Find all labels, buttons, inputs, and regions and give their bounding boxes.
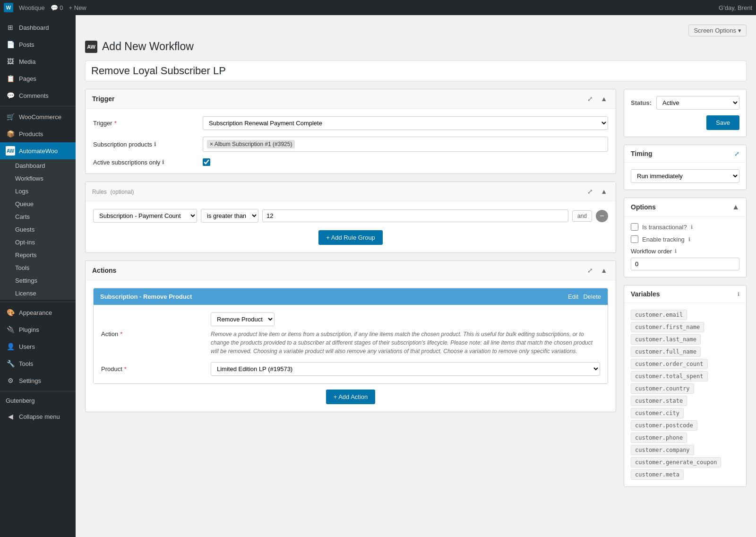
rule-value-input[interactable] xyxy=(262,209,568,222)
variable-tag[interactable]: customer.country xyxy=(631,383,694,394)
workflow-order-section: Workflow order ℹ xyxy=(631,248,739,270)
active-subs-checkbox[interactable] xyxy=(203,158,210,166)
is-transactional-checkbox[interactable] xyxy=(631,223,638,231)
sidebar-item-aw-logs[interactable]: Logs xyxy=(0,185,76,198)
options-collapse-icon[interactable]: ▲ xyxy=(732,203,739,211)
sidebar-item-posts[interactable]: 📄 Posts xyxy=(0,36,76,53)
sidebar-item-comments[interactable]: 💬 Comments xyxy=(0,87,76,104)
sidebar-item-dashboard[interactable]: ⊞ Dashboard xyxy=(0,19,76,36)
trigger-select[interactable]: Subscription Renewal Payment Complete xyxy=(203,116,608,130)
action-edit-button[interactable]: Edit xyxy=(568,293,578,300)
timing-panel-body: Run immediately xyxy=(624,163,746,190)
action-description: Remove a product line item or items from… xyxy=(211,330,600,355)
active-subs-help-icon[interactable]: ℹ xyxy=(162,159,164,165)
sidebar-item-appearance[interactable]: 🎨 Appearance xyxy=(0,304,76,321)
main-content: Screen Options ▾ AW Add New Workflow Tri… xyxy=(76,15,756,537)
sidebar-item-plugins[interactable]: 🔌 Plugins xyxy=(0,321,76,338)
rule-remove-button[interactable]: − xyxy=(596,210,608,222)
workflow-order-help-icon[interactable]: ℹ xyxy=(675,248,677,254)
variable-tag[interactable]: customer.meta xyxy=(631,469,684,480)
sidebar-item-products[interactable]: 📦 Products xyxy=(0,125,76,142)
trigger-collapse-icon[interactable]: ▲ xyxy=(599,94,609,104)
sidebar-item-aw-carts[interactable]: Carts xyxy=(0,210,76,223)
sidebar-item-aw-optins[interactable]: Opt-ins xyxy=(0,236,76,249)
rule-operator-select[interactable]: is greater than xyxy=(201,209,258,223)
save-button[interactable]: Save xyxy=(706,115,739,130)
product-select[interactable]: Limited Edition LP (#19573) xyxy=(211,362,600,376)
variable-tag[interactable]: customer.generate_coupon xyxy=(631,457,721,468)
sidebar-item-collapse[interactable]: ◀ Collapse menu xyxy=(0,408,76,425)
variable-tag[interactable]: customer.city xyxy=(631,408,684,418)
variable-tag[interactable]: customer.last_name xyxy=(631,334,701,345)
enable-tracking-checkbox[interactable] xyxy=(631,235,638,243)
variables-panel-title: Variables xyxy=(631,290,660,298)
add-rule-group-button[interactable]: + Add Rule Group xyxy=(318,230,383,245)
actions-panel-title: Actions xyxy=(92,267,116,274)
sidebar-item-woocommerce[interactable]: 🛒 WooCommerce xyxy=(0,108,76,125)
variable-tag[interactable]: customer.postcode xyxy=(631,420,697,431)
add-action-button[interactable]: + Add Action xyxy=(326,390,376,404)
active-subs-label: Active subscriptions only ℹ xyxy=(93,159,197,166)
sidebar-item-aw-tools[interactable]: Tools xyxy=(0,261,76,274)
sidebar-item-aw-guests[interactable]: Guests xyxy=(0,223,76,236)
sidebar-item-settings[interactable]: ⚙ Settings xyxy=(0,372,76,389)
workflow-name-input[interactable] xyxy=(85,61,747,81)
variable-tag[interactable]: customer.state xyxy=(631,396,687,406)
is-transactional-help-icon[interactable]: ℹ xyxy=(691,224,693,230)
variable-tag[interactable]: customer.phone xyxy=(631,433,687,443)
active-subs-checkbox-wrap xyxy=(203,158,210,166)
rules-expand-icon[interactable]: ⤢ xyxy=(585,187,595,196)
variable-tag[interactable]: customer.company xyxy=(631,445,694,455)
action-block-body: Action * Remove Product Remove a product… xyxy=(94,305,608,383)
rule-field-select[interactable]: Subscription - Payment Count xyxy=(93,209,197,223)
variables-help-icon[interactable]: ℹ xyxy=(738,291,739,297)
variable-tag[interactable]: customer.full_name xyxy=(631,346,701,357)
trigger-required: * xyxy=(114,120,117,127)
actions-expand-icon[interactable]: ⤢ xyxy=(585,266,595,275)
variables-section: customer.emailcustomer.first_namecustome… xyxy=(624,303,746,486)
subscription-tag: × Album Subscription #1 (#3925) xyxy=(207,140,295,148)
trigger-expand-icon[interactable]: ⤢ xyxy=(585,94,595,104)
variable-tag[interactable]: customer.first_name xyxy=(631,322,704,332)
sidebar-item-aw-dashboard[interactable]: Dashboard xyxy=(0,159,76,172)
trigger-panel-title: Trigger xyxy=(92,95,114,103)
sidebar-item-media[interactable]: 🖼 Media xyxy=(0,53,76,70)
action-delete-button[interactable]: Delete xyxy=(583,293,601,300)
wp-logo-icon[interactable]: W xyxy=(4,3,13,12)
subscription-products-tag-input[interactable]: × Album Subscription #1 (#3925) xyxy=(203,137,608,152)
sidebar-item-aw-settings[interactable]: Settings xyxy=(0,274,76,287)
timing-external-icon[interactable]: ⤢ xyxy=(734,150,739,157)
sidebar-item-pages[interactable]: 📋 Pages xyxy=(0,70,76,87)
dashboard-icon: ⊞ xyxy=(6,23,15,32)
comment-count[interactable]: 💬 0 xyxy=(51,4,63,11)
rules-collapse-icon[interactable]: ▲ xyxy=(599,187,609,196)
workflow-order-input[interactable] xyxy=(631,258,739,270)
action-block-title: Subscription - Remove Product xyxy=(100,293,192,300)
is-transactional-label: Is transactional? xyxy=(642,224,687,231)
timing-panel-header: Timing ⤢ xyxy=(624,145,746,163)
status-select[interactable]: Active Inactive xyxy=(656,96,739,110)
enable-tracking-help-icon[interactable]: ℹ xyxy=(688,236,690,243)
trigger-label: Trigger * xyxy=(93,120,197,127)
sidebar-item-users[interactable]: 👤 Users xyxy=(0,338,76,355)
sidebar-item-aw-queue[interactable]: Queue xyxy=(0,198,76,210)
media-icon: 🖼 xyxy=(6,57,15,66)
sidebar-item-aw-reports[interactable]: Reports xyxy=(0,249,76,261)
variable-tag[interactable]: customer.email xyxy=(631,310,687,320)
variable-tag[interactable]: customer.total_spent xyxy=(631,371,708,381)
sidebar-item-tools[interactable]: 🔧 Tools xyxy=(0,355,76,372)
subscription-products-help-icon[interactable]: ℹ xyxy=(154,141,156,147)
new-content-button[interactable]: + New xyxy=(69,4,86,11)
sidebar-item-automatewoo[interactable]: AW AutomateWoo xyxy=(0,142,76,159)
site-name[interactable]: Wootique xyxy=(19,4,45,11)
sidebar-item-aw-workflows[interactable]: Workflows xyxy=(0,172,76,185)
rule-and-button[interactable]: and xyxy=(572,210,592,222)
actions-collapse-icon[interactable]: ▲ xyxy=(599,266,609,275)
screen-options-button[interactable]: Screen Options ▾ xyxy=(688,25,747,36)
rules-panel-header: Rules (optional) ⤢ ▲ xyxy=(86,182,616,201)
variable-tag[interactable]: customer.order_count xyxy=(631,359,708,369)
timing-select[interactable]: Run immediately xyxy=(631,169,739,183)
sidebar-item-gutenberg[interactable]: Gutenberg xyxy=(0,393,76,408)
action-select[interactable]: Remove Product xyxy=(211,312,275,326)
sidebar-item-aw-license[interactable]: License xyxy=(0,287,76,300)
